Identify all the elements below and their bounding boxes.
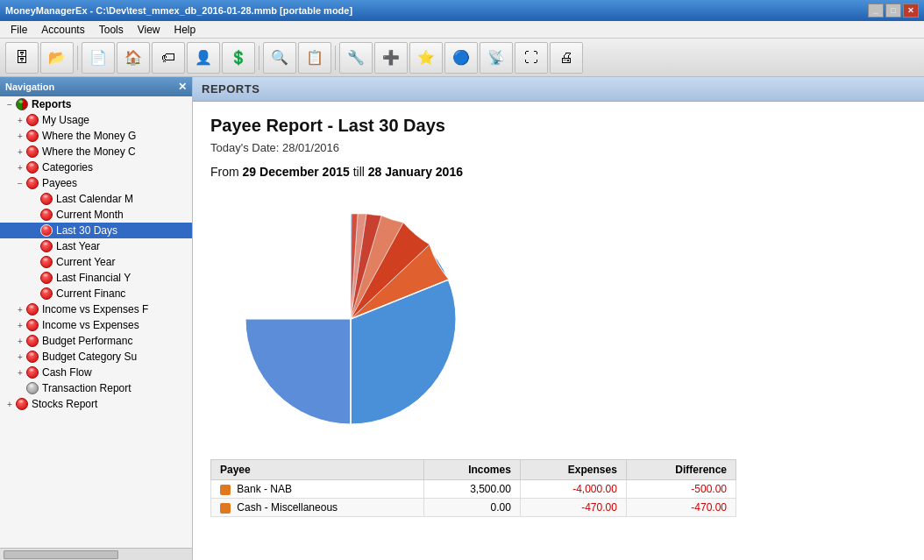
- sidebar-item-last-30-days[interactable]: Last 30 Days: [0, 223, 192, 238]
- window-title: MoneyManagerEx - C:\Dev\test_mmex_db_201…: [5, 5, 352, 16]
- open-button[interactable]: 📂: [40, 42, 74, 74]
- where-money-g-toggle[interactable]: +: [14, 131, 26, 141]
- new-button[interactable]: 📄: [82, 42, 115, 74]
- current-month-label: Current Month: [56, 209, 124, 221]
- rss-button[interactable]: 📡: [480, 42, 513, 74]
- sidebar-item-current-financial[interactable]: Current Financ: [0, 286, 192, 301]
- payees-toggle[interactable]: −: [14, 179, 26, 188]
- db-button[interactable]: 🗄: [5, 42, 39, 74]
- expenses-cell-2: -470.00: [520, 499, 626, 517]
- reports-icon: [16, 98, 28, 110]
- nav-title: Navigation: [5, 82, 54, 92]
- menu-view[interactable]: View: [131, 22, 167, 38]
- expand-button[interactable]: ⛶: [515, 42, 548, 74]
- print-button[interactable]: 🖨: [550, 42, 583, 74]
- menu-bar: File Accounts Tools View Help: [0, 21, 924, 39]
- sidebar-item-budget-perf[interactable]: + Budget Performanc: [0, 333, 192, 349]
- table-row: Bank - NAB 3,500.00 -4,000.00 -500.00: [211, 480, 736, 499]
- content-body[interactable]: Payee Report - Last 30 Days Today's Date…: [193, 102, 924, 560]
- close-button[interactable]: ✕: [903, 4, 919, 18]
- user-button[interactable]: 👤: [187, 42, 220, 74]
- sidebar-item-where-money-c[interactable]: + Where the Money C: [0, 144, 192, 159]
- menu-tools[interactable]: Tools: [92, 22, 131, 38]
- reports-toggle[interactable]: −: [4, 100, 16, 110]
- budget-perf-icon: [26, 335, 39, 347]
- row-icon-2: [220, 503, 231, 514]
- sidebar-item-cash-flow[interactable]: + Cash Flow: [0, 365, 192, 380]
- content-header: REPORTS: [193, 77, 924, 102]
- where-money-g-icon: [26, 130, 39, 142]
- where-money-c-toggle[interactable]: +: [14, 147, 26, 157]
- nav-header: Navigation ✕: [0, 77, 192, 96]
- nav-tree[interactable]: − Reports + My Usage + Where the Money G…: [0, 96, 192, 548]
- payees-icon: [26, 177, 39, 189]
- sidebar-item-income-vs-exp[interactable]: + Income vs Expenses: [0, 317, 192, 333]
- toolbar-sep-2: [259, 46, 259, 70]
- toolbar: 🗄 📂 📄 🏠 🏷 👤 💲 🔍 📋 🔧 ➕ ⭐ 🔵 📡 ⛶ 🖨: [0, 39, 924, 77]
- col-incomes: Incomes: [424, 460, 520, 480]
- budget-cat-icon: [26, 351, 39, 363]
- reports-label: Reports: [32, 98, 71, 110]
- sidebar-item-categories[interactable]: + Categories: [0, 159, 192, 175]
- menu-file[interactable]: File: [4, 22, 34, 38]
- last-financial-label: Last Financial Y: [56, 272, 131, 284]
- window-controls: _ □ ✕: [868, 4, 919, 18]
- last-30-days-icon: [40, 224, 53, 237]
- current-year-icon: [40, 256, 53, 268]
- home-button[interactable]: 🏠: [117, 42, 150, 74]
- sidebar-item-income-vs-exp-f[interactable]: + Income vs Expenses F: [0, 301, 192, 317]
- add-button[interactable]: ➕: [374, 42, 408, 74]
- sidebar-item-current-year[interactable]: Current Year: [0, 254, 192, 270]
- my-usage-icon: [26, 114, 39, 126]
- maximize-button[interactable]: □: [885, 4, 901, 18]
- col-expenses: Expenses: [520, 460, 626, 480]
- expenses-cell-1: -4,000.00: [520, 480, 626, 499]
- help-button[interactable]: 🔵: [444, 42, 478, 74]
- row-icon-1: [220, 485, 231, 495]
- sidebar-item-where-money-g[interactable]: + Where the Money G: [0, 128, 192, 144]
- menu-accounts[interactable]: Accounts: [34, 22, 91, 38]
- sidebar-item-last-year[interactable]: Last Year: [0, 238, 192, 254]
- current-financial-icon: [40, 287, 53, 300]
- tools-button[interactable]: 🔧: [339, 42, 373, 74]
- search-button[interactable]: 🔍: [263, 42, 296, 74]
- filter-button[interactable]: 📋: [298, 42, 331, 74]
- range-till-word: till: [353, 165, 368, 179]
- nav-close-button[interactable]: ✕: [178, 81, 187, 93]
- today-date: 28/01/2016: [282, 141, 339, 154]
- my-usage-label: My Usage: [42, 114, 89, 126]
- categories-label: Categories: [42, 161, 93, 174]
- my-usage-toggle[interactable]: +: [14, 116, 26, 125]
- current-month-icon: [40, 209, 53, 221]
- sidebar-item-stocks-report[interactable]: + Stocks Report: [0, 396, 192, 412]
- sidebar-item-payees[interactable]: − Payees: [0, 175, 192, 191]
- menu-help[interactable]: Help: [167, 22, 203, 38]
- range-till: 28 January 2016: [368, 165, 463, 179]
- range-from: 29 December 2015: [243, 165, 350, 179]
- categories-toggle[interactable]: +: [14, 163, 26, 173]
- report-range: From 29 December 2015 till 28 January 20…: [210, 165, 906, 179]
- minimize-button[interactable]: _: [868, 4, 884, 18]
- tag-button[interactable]: 🏷: [152, 42, 185, 74]
- nav-hscroll[interactable]: [0, 548, 192, 560]
- sidebar-item-budget-cat[interactable]: + Budget Category Su: [0, 349, 192, 365]
- sidebar-item-transaction-report[interactable]: Transaction Report: [0, 380, 192, 396]
- today-label: Today's Date:: [210, 141, 279, 154]
- payee-cell-1: Bank - NAB: [211, 480, 424, 499]
- chart-area: [210, 196, 906, 442]
- income-vs-exp-label: Income vs Expenses: [42, 319, 139, 331]
- star-button[interactable]: ⭐: [409, 42, 443, 74]
- report-table: Payee Incomes Expenses Difference Bank -…: [210, 459, 736, 517]
- sidebar-item-current-month[interactable]: Current Month: [0, 207, 192, 223]
- budget-perf-label: Budget Performanc: [42, 335, 132, 347]
- sidebar-item-my-usage[interactable]: + My Usage: [0, 112, 192, 128]
- categories-icon: [26, 161, 39, 174]
- sidebar-item-last-financial[interactable]: Last Financial Y: [0, 270, 192, 286]
- payee-cell-2: Cash - Miscellaneous: [211, 499, 424, 517]
- report-date: Today's Date: 28/01/2016: [210, 141, 906, 154]
- where-money-c-icon: [26, 145, 39, 158]
- sidebar-item-last-calendar[interactable]: Last Calendar M: [0, 191, 192, 207]
- difference-cell-2: -470.00: [626, 499, 736, 517]
- dollar-button[interactable]: 💲: [222, 42, 255, 74]
- sidebar-item-reports[interactable]: − Reports: [0, 96, 192, 112]
